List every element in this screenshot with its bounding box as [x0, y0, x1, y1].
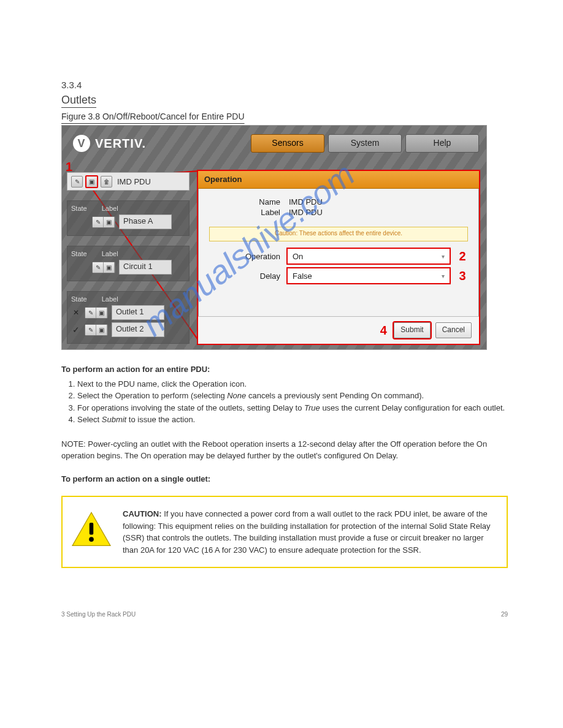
operation-icon[interactable]: ▣ — [104, 217, 115, 227]
brand-logo-block: V VERTIV. — [73, 135, 146, 152]
operation-icon[interactable]: ▣ — [104, 262, 115, 273]
col-label: Label — [102, 295, 118, 303]
app-screenshot: V VERTIV. Sensors System Help 1 ✎ ▣ 🗑 IM… — [61, 125, 487, 350]
nav-sensors[interactable]: Sensors — [251, 134, 324, 153]
col-label: Label — [102, 250, 118, 257]
brand-name: VERTIV. — [95, 137, 146, 151]
delay-select[interactable]: False ▾ — [286, 267, 451, 284]
operation-icon[interactable]: ▣ — [96, 308, 107, 318]
operation-dialog: Operation Name IMD PDU Label IMD PDU Cau… — [197, 170, 480, 345]
step-1: Next to the PDU name, click the Operatio… — [77, 378, 508, 390]
callout-4: 4 — [378, 324, 389, 338]
pdu-row: ✎ ▣ 🗑 IMD PDU — [67, 172, 190, 191]
wrench-icon[interactable]: ✎ — [93, 217, 104, 227]
wrench-icon[interactable]: ✎ — [85, 308, 96, 318]
chevron-down-icon: ▾ — [442, 253, 445, 260]
operation-icon[interactable]: ▣ — [96, 325, 107, 335]
delay-value: False — [293, 271, 312, 281]
trash-icon[interactable]: 🗑 — [101, 176, 112, 188]
operation-value: On — [293, 252, 303, 261]
section-title: Outlets — [61, 94, 508, 107]
dialog-title: Operation — [198, 171, 479, 189]
col-state: State — [71, 205, 87, 212]
operation-select[interactable]: On ▾ — [286, 248, 451, 265]
submit-button[interactable]: Submit — [394, 322, 430, 338]
operation-field-label: Operation — [209, 252, 280, 261]
pdu-label: IMD PDU — [117, 177, 151, 186]
svg-point-2 — [89, 537, 94, 542]
figure-caption: Figure 3.8 On/Off/Reboot/Cancel for Enti… — [61, 112, 508, 121]
footer-left: 3 Setting Up the Rack PDU — [61, 611, 136, 618]
label-value: IMD PDU — [289, 208, 323, 217]
footer-page: 29 — [501, 611, 508, 618]
steps-intro: To perform an action for an entire PDU: — [61, 363, 508, 376]
svg-rect-1 — [90, 523, 93, 534]
label-label: Label — [209, 208, 280, 217]
phase-label: Phase A — [119, 214, 172, 229]
step-3: For operations involving the state of th… — [77, 402, 508, 414]
wrench-icon[interactable]: ✎ — [93, 262, 104, 273]
name-value: IMD PDU — [289, 197, 323, 207]
circuit-label: Circuit 1 — [119, 260, 172, 275]
step-2: Select the Operation to perform (selecti… — [77, 390, 508, 402]
section-number: 3.3.4 — [61, 80, 508, 90]
step-4: Select Submit to issue the action. — [77, 414, 508, 426]
outlet-label: Outlet 2 — [112, 322, 164, 337]
callout-2: 2 — [457, 249, 468, 264]
operation-icon[interactable]: ▣ — [85, 175, 98, 188]
wrench-icon[interactable]: ✎ — [71, 176, 83, 188]
callout-3: 3 — [457, 269, 468, 283]
nav-system[interactable]: System — [328, 134, 402, 153]
reboot-note: NOTE: Power-cycling an outlet with the R… — [61, 438, 508, 462]
vertiv-logo-icon: V — [73, 135, 90, 152]
caution-body: If you have connected a power cord from … — [123, 509, 491, 555]
col-state: State — [71, 250, 87, 257]
caution-lead: CAUTION: — [123, 509, 162, 518]
outlet-state-on-icon: ✓ — [71, 325, 81, 335]
chevron-down-icon: ▾ — [442, 273, 445, 279]
nav-help[interactable]: Help — [405, 134, 479, 153]
cancel-button[interactable]: Cancel — [435, 322, 472, 338]
sub-head: To perform an action on a single outlet: — [61, 473, 508, 485]
col-label: Label — [102, 205, 118, 212]
caution-banner: Caution: These actions affect the entire… — [209, 227, 468, 241]
name-label: Name — [209, 197, 280, 207]
delay-field-label: Delay — [209, 271, 280, 281]
caution-box: CAUTION: If you have connected a power c… — [61, 496, 508, 568]
outlet-label: Outlet 1 — [112, 305, 164, 320]
col-state: State — [71, 295, 87, 303]
warning-triangle-icon — [71, 512, 112, 547]
wrench-icon[interactable]: ✎ — [85, 325, 96, 335]
outlet-state-off-icon: ✕ — [71, 308, 81, 317]
